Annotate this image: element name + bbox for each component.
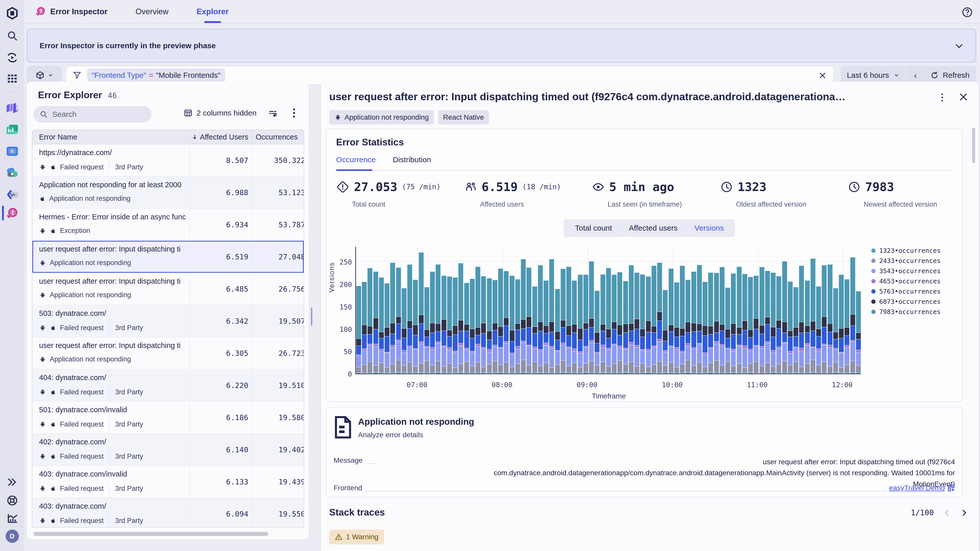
stacked-bar[interactable]: [527, 246, 531, 373]
panel-resize-handle[interactable]: [311, 307, 312, 326]
stacked-bar[interactable]: [504, 246, 509, 373]
dashboards-app-icon[interactable]: [0, 122, 24, 138]
filter-chip[interactable]: "Frontend Type" = "Mobile Frontends": [87, 68, 225, 82]
stacked-bar[interactable]: [555, 246, 560, 373]
search-input[interactable]: Search: [33, 106, 151, 122]
stacked-bar[interactable]: [657, 246, 662, 373]
tab-occurrence[interactable]: Occurrence: [336, 156, 375, 164]
col-affected-users[interactable]: Affected Users: [189, 130, 252, 144]
stacked-bar[interactable]: [447, 246, 452, 373]
stacked-bar[interactable]: [356, 246, 361, 373]
stacked-bar[interactable]: [635, 246, 639, 373]
stacked-bar[interactable]: [600, 246, 605, 373]
legend-item[interactable]: 3543•occurrences: [871, 266, 941, 276]
stacked-bar[interactable]: [686, 246, 690, 373]
stacked-bar[interactable]: [498, 246, 503, 373]
stacked-bar[interactable]: [640, 246, 645, 373]
stacked-bar[interactable]: [476, 246, 480, 373]
detail-tag[interactable]: React Native: [438, 110, 489, 124]
detail-more-options-icon[interactable]: [939, 92, 946, 103]
stacked-bar[interactable]: [402, 246, 407, 373]
stacked-bar[interactable]: [515, 246, 520, 373]
stacked-bar[interactable]: [737, 246, 741, 373]
stacked-bar[interactable]: [481, 246, 486, 373]
stacked-bar[interactable]: [720, 246, 724, 373]
stacked-bar[interactable]: [510, 246, 514, 373]
stacked-bar[interactable]: [782, 246, 787, 373]
row-settings-icon[interactable]: [268, 109, 278, 118]
table-row[interactable]: 501: dynatrace.com/invalid Failed reques…: [32, 402, 304, 433]
stacked-bar[interactable]: [646, 246, 651, 373]
stacked-bar[interactable]: [413, 246, 418, 373]
stacked-bar[interactable]: [788, 246, 793, 373]
legend-item[interactable]: 5763•occurrences: [871, 286, 941, 297]
stacked-bar[interactable]: [458, 246, 463, 373]
stacked-bar[interactable]: [680, 246, 685, 373]
tab-distribution[interactable]: Distribution: [393, 156, 431, 164]
stacked-bar[interactable]: [765, 246, 770, 373]
stacked-bar[interactable]: [799, 246, 804, 373]
table-row[interactable]: user request after error: Input dispatch…: [32, 241, 304, 273]
stacked-bar[interactable]: [759, 246, 764, 373]
stacked-bar[interactable]: [623, 246, 628, 373]
stacked-bar[interactable]: [442, 246, 446, 373]
error-inspector-app-icon[interactable]: [0, 206, 24, 221]
stacked-bar[interactable]: [538, 246, 543, 373]
stacked-bar[interactable]: [617, 246, 622, 373]
stacked-bar[interactable]: [549, 246, 554, 373]
stacked-bar[interactable]: [436, 246, 441, 373]
stacked-bar[interactable]: [390, 246, 395, 373]
stacked-bar[interactable]: [850, 246, 855, 373]
stacked-bar[interactable]: [816, 246, 821, 373]
stacked-bar[interactable]: [822, 246, 827, 373]
col-error-name[interactable]: Error Name: [32, 133, 189, 141]
table-row[interactable]: 402: dynatrace.com/ Failed request3rd Pa…: [32, 433, 304, 466]
tab-explorer[interactable]: Explorer: [197, 7, 229, 16]
table-row[interactable]: 403: dynatrace.com/ Failed request3rd Pa…: [32, 498, 304, 527]
legend-item[interactable]: 1323•occurrences: [871, 245, 941, 256]
extensions-app-icon[interactable]: [0, 143, 24, 159]
stacked-bar[interactable]: [362, 246, 367, 373]
legend-item[interactable]: 4653•occurrences: [871, 276, 941, 286]
stacked-bar[interactable]: [419, 246, 424, 373]
legend-item[interactable]: 6873•occurrences: [871, 297, 941, 306]
stacked-bar[interactable]: [742, 246, 747, 373]
stacked-bar[interactable]: [691, 246, 696, 373]
view-affected-users[interactable]: Affected users: [629, 224, 678, 232]
stacked-bar[interactable]: [748, 246, 753, 373]
stacked-bar[interactable]: [521, 246, 526, 373]
stacked-bar[interactable]: [629, 246, 634, 373]
frontend-link[interactable]: easyTravel Demo: [889, 484, 955, 492]
stacked-bar[interactable]: [425, 246, 429, 373]
stacked-bar[interactable]: [430, 246, 435, 373]
stacked-bar[interactable]: [572, 246, 577, 373]
col-occurrences[interactable]: Occurrences: [252, 130, 304, 144]
stacked-bar[interactable]: [407, 246, 412, 373]
stacked-bar[interactable]: [578, 246, 583, 373]
stacked-bar[interactable]: [544, 246, 549, 373]
account-avatar[interactable]: D: [0, 529, 24, 543]
stacked-bar[interactable]: [839, 246, 844, 373]
analyze-error-details-link[interactable]: Analyze error details: [358, 431, 423, 439]
tab-overview[interactable]: Overview: [135, 7, 169, 16]
table-row[interactable]: Hermes - Error: Error inside of an async…: [32, 209, 304, 241]
table-row[interactable]: 404: dynatrace.com/ Failed request3rd Pa…: [32, 369, 304, 402]
help-icon[interactable]: [962, 6, 973, 18]
more-options-icon[interactable]: [290, 107, 298, 119]
table-row[interactable]: 403: dynatrace.com/invalid Failed reques…: [32, 466, 304, 498]
stacked-bar[interactable]: [669, 246, 673, 373]
stacked-bar[interactable]: [652, 246, 656, 373]
stacked-bar[interactable]: [464, 246, 469, 373]
stacked-bar[interactable]: [532, 246, 537, 373]
stacked-bar[interactable]: [697, 246, 702, 373]
stacked-bar[interactable]: [708, 246, 713, 373]
stacked-bar[interactable]: [373, 246, 378, 373]
stacked-bar[interactable]: [595, 246, 600, 373]
stacked-bar[interactable]: [771, 246, 776, 373]
help-support-icon[interactable]: [0, 493, 24, 508]
clear-filter-icon[interactable]: [818, 71, 827, 80]
columns-hidden-button[interactable]: 2 columns hidden: [184, 109, 256, 118]
search-icon[interactable]: [0, 29, 24, 43]
stacked-bar[interactable]: [663, 246, 668, 373]
stacked-bar[interactable]: [754, 246, 759, 373]
